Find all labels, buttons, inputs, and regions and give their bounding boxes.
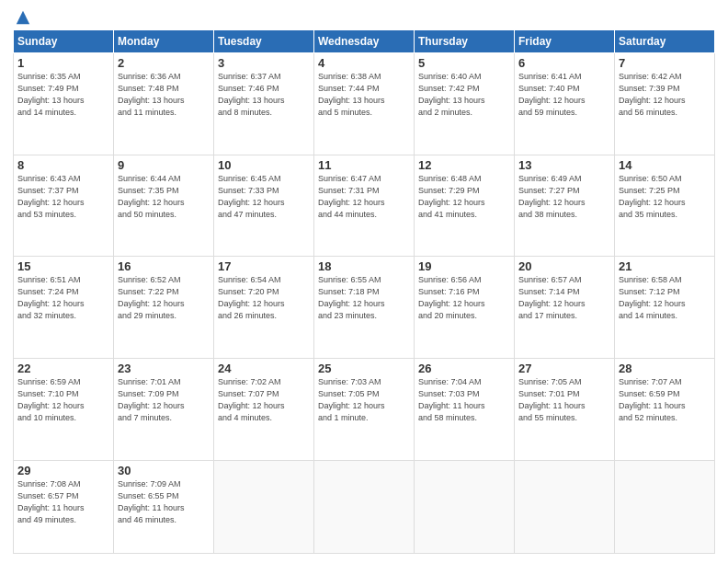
day-number: 30 (118, 464, 210, 477)
day-number: 11 (318, 158, 410, 172)
day-number: 27 (518, 362, 610, 375)
calendar-cell: 19Sunrise: 6:56 AMSunset: 7:16 PMDayligh… (415, 257, 515, 359)
calendar-cell: 21Sunrise: 6:58 AMSunset: 7:12 PMDayligh… (615, 257, 715, 359)
calendar-cell: 20Sunrise: 6:57 AMSunset: 7:14 PMDayligh… (515, 257, 615, 359)
calendar-week-row: 15Sunrise: 6:51 AMSunset: 7:24 PMDayligh… (14, 257, 715, 359)
day-number: 21 (619, 259, 711, 273)
calendar-cell: 22Sunrise: 6:59 AMSunset: 7:10 PMDayligh… (14, 358, 114, 460)
day-info: Sunrise: 6:42 AMSunset: 7:39 PMDaylight:… (619, 71, 711, 119)
svg-marker-0 (17, 11, 29, 24)
day-info: Sunrise: 6:37 AMSunset: 7:46 PMDaylight:… (218, 71, 310, 119)
calendar-cell (214, 460, 314, 554)
day-number: 24 (218, 362, 310, 375)
day-info: Sunrise: 7:09 AMSunset: 6:55 PMDaylight:… (118, 478, 210, 526)
header (13, 9, 715, 22)
calendar-cell: 16Sunrise: 6:52 AMSunset: 7:22 PMDayligh… (114, 257, 214, 359)
day-number: 20 (518, 259, 610, 273)
day-number: 29 (17, 464, 109, 477)
calendar-cell: 5Sunrise: 6:40 AMSunset: 7:42 PMDaylight… (415, 53, 515, 155)
day-number: 9 (118, 158, 210, 172)
weekday-header-saturday: Saturday (615, 30, 715, 53)
calendar-cell: 3Sunrise: 6:37 AMSunset: 7:46 PMDaylight… (214, 53, 314, 155)
calendar-week-row: 8Sunrise: 6:43 AMSunset: 7:37 PMDaylight… (14, 155, 715, 257)
calendar-table: SundayMondayTuesdayWednesdayThursdayFrid… (13, 29, 715, 554)
logo-icon (15, 9, 31, 26)
day-info: Sunrise: 6:41 AMSunset: 7:40 PMDaylight:… (518, 71, 610, 119)
day-number: 26 (418, 362, 510, 375)
day-info: Sunrise: 6:52 AMSunset: 7:22 PMDaylight:… (118, 274, 210, 322)
day-info: Sunrise: 6:38 AMSunset: 7:44 PMDaylight:… (318, 71, 410, 119)
day-number: 2 (118, 56, 210, 70)
day-info: Sunrise: 6:57 AMSunset: 7:14 PMDaylight:… (518, 274, 610, 322)
calendar-cell: 2Sunrise: 6:36 AMSunset: 7:48 PMDaylight… (114, 53, 214, 155)
day-info: Sunrise: 6:58 AMSunset: 7:12 PMDaylight:… (619, 274, 711, 322)
weekday-header-friday: Friday (515, 30, 615, 53)
day-info: Sunrise: 7:05 AMSunset: 7:01 PMDaylight:… (518, 376, 610, 424)
calendar-cell: 26Sunrise: 7:04 AMSunset: 7:03 PMDayligh… (415, 358, 515, 460)
day-number: 19 (418, 259, 510, 273)
calendar-page: SundayMondayTuesdayWednesdayThursdayFrid… (0, 0, 728, 563)
calendar-cell: 14Sunrise: 6:50 AMSunset: 7:25 PMDayligh… (615, 155, 715, 257)
calendar-cell: 17Sunrise: 6:54 AMSunset: 7:20 PMDayligh… (214, 257, 314, 359)
day-info: Sunrise: 6:43 AMSunset: 7:37 PMDaylight:… (17, 173, 109, 221)
weekday-header-row: SundayMondayTuesdayWednesdayThursdayFrid… (14, 30, 715, 53)
day-info: Sunrise: 6:35 AMSunset: 7:49 PMDaylight:… (17, 71, 109, 119)
day-info: Sunrise: 7:03 AMSunset: 7:05 PMDaylight:… (318, 376, 410, 424)
calendar-cell: 25Sunrise: 7:03 AMSunset: 7:05 PMDayligh… (314, 358, 415, 460)
weekday-header-thursday: Thursday (415, 30, 515, 53)
day-number: 13 (518, 158, 610, 172)
day-info: Sunrise: 6:44 AMSunset: 7:35 PMDaylight:… (118, 173, 210, 221)
calendar-cell: 23Sunrise: 7:01 AMSunset: 7:09 PMDayligh… (114, 358, 214, 460)
day-number: 4 (318, 56, 410, 70)
day-info: Sunrise: 6:47 AMSunset: 7:31 PMDaylight:… (318, 173, 410, 221)
calendar-cell: 13Sunrise: 6:49 AMSunset: 7:27 PMDayligh… (515, 155, 615, 257)
calendar-cell: 24Sunrise: 7:02 AMSunset: 7:07 PMDayligh… (214, 358, 314, 460)
weekday-header-sunday: Sunday (14, 30, 114, 53)
logo (13, 9, 31, 22)
calendar-week-row: 1Sunrise: 6:35 AMSunset: 7:49 PMDaylight… (14, 53, 715, 155)
day-number: 14 (619, 158, 711, 172)
calendar-cell (515, 460, 615, 554)
calendar-cell: 11Sunrise: 6:47 AMSunset: 7:31 PMDayligh… (314, 155, 415, 257)
calendar-cell: 30Sunrise: 7:09 AMSunset: 6:55 PMDayligh… (114, 460, 214, 554)
calendar-cell (615, 460, 715, 554)
calendar-cell: 4Sunrise: 6:38 AMSunset: 7:44 PMDaylight… (314, 53, 415, 155)
day-number: 3 (218, 56, 310, 70)
calendar-cell: 27Sunrise: 7:05 AMSunset: 7:01 PMDayligh… (515, 358, 615, 460)
calendar-cell: 8Sunrise: 6:43 AMSunset: 7:37 PMDaylight… (14, 155, 114, 257)
calendar-cell: 12Sunrise: 6:48 AMSunset: 7:29 PMDayligh… (415, 155, 515, 257)
day-number: 28 (619, 362, 711, 375)
day-info: Sunrise: 6:59 AMSunset: 7:10 PMDaylight:… (17, 376, 109, 424)
day-info: Sunrise: 6:51 AMSunset: 7:24 PMDaylight:… (17, 274, 109, 322)
day-info: Sunrise: 7:04 AMSunset: 7:03 PMDaylight:… (418, 376, 510, 424)
day-number: 18 (318, 259, 410, 273)
calendar-cell (314, 460, 415, 554)
day-number: 1 (17, 56, 109, 70)
day-number: 8 (17, 158, 109, 172)
calendar-cell (415, 460, 515, 554)
weekday-header-monday: Monday (114, 30, 214, 53)
calendar-cell: 1Sunrise: 6:35 AMSunset: 7:49 PMDaylight… (14, 53, 114, 155)
day-info: Sunrise: 6:48 AMSunset: 7:29 PMDaylight:… (418, 173, 510, 221)
calendar-cell: 15Sunrise: 6:51 AMSunset: 7:24 PMDayligh… (14, 257, 114, 359)
day-number: 17 (218, 259, 310, 273)
day-info: Sunrise: 6:50 AMSunset: 7:25 PMDaylight:… (619, 173, 711, 221)
day-number: 12 (418, 158, 510, 172)
day-number: 7 (619, 56, 711, 70)
calendar-cell: 18Sunrise: 6:55 AMSunset: 7:18 PMDayligh… (314, 257, 415, 359)
weekday-header-wednesday: Wednesday (314, 30, 415, 53)
day-number: 25 (318, 362, 410, 375)
calendar-cell: 28Sunrise: 7:07 AMSunset: 6:59 PMDayligh… (615, 358, 715, 460)
calendar-cell: 6Sunrise: 6:41 AMSunset: 7:40 PMDaylight… (515, 53, 615, 155)
calendar-cell: 10Sunrise: 6:45 AMSunset: 7:33 PMDayligh… (214, 155, 314, 257)
day-info: Sunrise: 6:45 AMSunset: 7:33 PMDaylight:… (218, 173, 310, 221)
calendar-week-row: 22Sunrise: 6:59 AMSunset: 7:10 PMDayligh… (14, 358, 715, 460)
day-info: Sunrise: 6:54 AMSunset: 7:20 PMDaylight:… (218, 274, 310, 322)
calendar-week-row: 29Sunrise: 7:08 AMSunset: 6:57 PMDayligh… (14, 460, 715, 554)
calendar-cell: 7Sunrise: 6:42 AMSunset: 7:39 PMDaylight… (615, 53, 715, 155)
day-info: Sunrise: 6:36 AMSunset: 7:48 PMDaylight:… (118, 71, 210, 119)
day-number: 15 (17, 259, 109, 273)
day-info: Sunrise: 6:55 AMSunset: 7:18 PMDaylight:… (318, 274, 410, 322)
day-number: 5 (418, 56, 510, 70)
day-number: 10 (218, 158, 310, 172)
